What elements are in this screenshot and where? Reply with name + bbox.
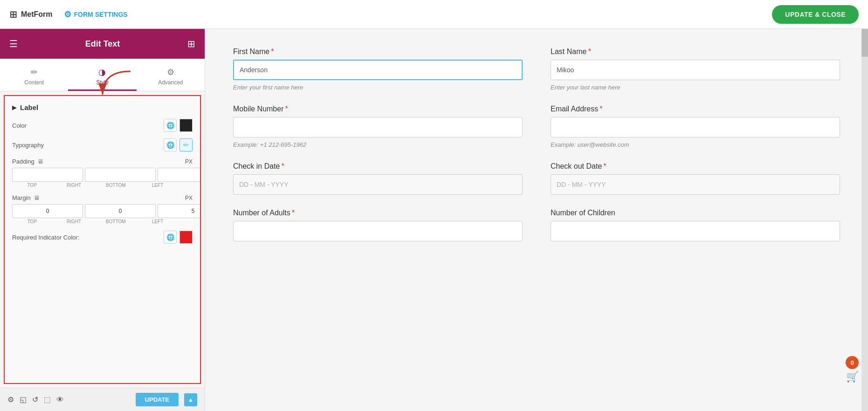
label-email-address: Email Address* (551, 105, 840, 113)
helper-last-name: Enter your last name here (551, 84, 840, 91)
padding-input-labels: TOP RIGHT BOTTOM LEFT (12, 182, 193, 188)
typography-edit-button[interactable]: ✏ (179, 138, 193, 151)
padding-bottom-input[interactable] (158, 168, 201, 182)
label-section-title: Label (20, 103, 38, 111)
margin-left-label: LEFT (138, 219, 178, 224)
monitor-icon: 🖥 (37, 158, 43, 165)
color-globe-button[interactable]: 🌐 (164, 119, 177, 132)
required-star-checkin: * (282, 162, 284, 170)
input-mobile-number[interactable] (233, 117, 523, 137)
field-first-name: First Name* Enter your first name here (233, 48, 523, 91)
eye-toolbar-icon[interactable]: 👁 (56, 396, 64, 404)
tab-advanced[interactable]: ⚙ Advanced (137, 62, 205, 91)
margin-text: Margin (12, 194, 31, 201)
color-swatch-black[interactable] (179, 119, 193, 132)
margin-inputs: 0 0 5 0 🔗 (12, 204, 193, 218)
margin-right-input[interactable]: 0 (85, 204, 156, 218)
tab-style[interactable]: ◑ Style (68, 62, 136, 91)
update-button[interactable]: UPDATE (136, 393, 179, 406)
layers-toolbar-icon[interactable]: ◱ (20, 395, 27, 404)
sidebar-header: ☰ Edit Text ⊞ (0, 29, 205, 59)
input-check-out-date[interactable]: DD - MM - YYYY (551, 174, 840, 195)
color-label: Color (12, 122, 27, 129)
input-check-in-date[interactable]: DD - MM - YYYY (233, 174, 523, 195)
sidebar-title: Edit Text (85, 39, 120, 49)
grid-icon[interactable]: ⊞ (187, 38, 195, 49)
tab-style-label: Style (96, 79, 109, 86)
update-close-button[interactable]: UPDATE & CLOSE (772, 5, 859, 24)
cart-icon[interactable]: 🛒 (846, 371, 859, 383)
margin-label-row: Margin 🖥 PX (12, 194, 193, 201)
field-email-address: Email Address* Example: user@website.com (551, 105, 840, 148)
hamburger-icon[interactable]: ☰ (9, 38, 18, 49)
required-globe-button[interactable]: 🌐 (164, 231, 177, 244)
typography-globe-button[interactable]: 🌐 (164, 138, 177, 151)
gear-icon: ⚙ (64, 9, 71, 20)
margin-top-input[interactable]: 0 (12, 204, 83, 218)
style-tab-icon: ◑ (98, 67, 106, 77)
padding-left-label: LEFT (138, 183, 178, 188)
input-first-name[interactable] (233, 60, 523, 80)
form-panel: First Name* Enter your first name here L… (205, 29, 868, 411)
metform-logo: ⊞ MetForm (9, 9, 53, 20)
required-star-email: * (599, 105, 602, 113)
typography-controls: 🌐 ✏ (164, 138, 193, 151)
field-mobile-number: Mobile Number* Example: +1 212-695-1962 (233, 105, 523, 148)
margin-input-labels: TOP RIGHT BOTTOM LEFT (12, 218, 193, 224)
tab-content[interactable]: ✏ Content (0, 62, 68, 91)
margin-right-label: RIGHT (54, 219, 94, 224)
padding-right-label: RIGHT (54, 183, 94, 188)
label-number-of-adults: Number of Adults* (233, 209, 523, 217)
scrollbar-thumb[interactable] (861, 29, 868, 57)
sidebar: ☰ Edit Text ⊞ ✏ Content ◑ Style ⚙ Advanc… (0, 29, 205, 411)
responsive-toolbar-icon[interactable]: ⬚ (44, 395, 51, 404)
padding-row: Padding 🖥 PX 🔗 TOP RIGHT BOTTOM LEF (12, 158, 193, 188)
field-check-out-date: Check out Date* DD - MM - YYYY (551, 162, 840, 195)
required-star-last-name: * (588, 48, 591, 55)
margin-bottom-input[interactable]: 5 (158, 204, 201, 218)
history-toolbar-icon[interactable]: ↺ (32, 395, 38, 404)
padding-label: Padding 🖥 (12, 158, 43, 165)
caret-button[interactable]: ▲ (184, 393, 197, 406)
sidebar-tabs: ✏ Content ◑ Style ⚙ Advanced (0, 59, 205, 91)
required-color-swatch-red[interactable] (179, 231, 193, 244)
padding-unit-selector[interactable]: PX (185, 158, 193, 165)
form-settings-button[interactable]: ⚙ FORM SETTINGS (64, 9, 128, 20)
padding-inputs: 🔗 (12, 168, 193, 182)
advanced-tab-icon: ⚙ (167, 67, 174, 77)
input-email-address[interactable] (551, 117, 840, 137)
margin-row: Margin 🖥 PX 0 0 5 0 🔗 TOP RIGHT BOTTOM (12, 194, 193, 224)
main-layout: ☰ Edit Text ⊞ ✏ Content ◑ Style ⚙ Advanc… (0, 29, 868, 411)
margin-top-label: TOP (12, 219, 52, 224)
padding-top-label: TOP (12, 183, 52, 188)
tab-advanced-label: Advanced (158, 79, 183, 86)
padding-top-input[interactable] (12, 168, 83, 182)
cart-badge: 0 🛒 (846, 356, 859, 383)
label-mobile-number: Mobile Number* (233, 105, 523, 113)
field-number-of-adults: Number of Adults* (233, 209, 523, 241)
padding-right-input[interactable] (85, 168, 156, 182)
required-star-adults: * (292, 209, 295, 217)
color-field-row: Color 🌐 (12, 119, 193, 132)
margin-bottom-label: BOTTOM (96, 219, 136, 224)
settings-toolbar-icon[interactable]: ⚙ (7, 395, 14, 404)
input-number-of-children[interactable] (551, 221, 840, 241)
helper-email-address: Example: user@website.com (551, 141, 840, 148)
required-indicator-label: Required Indicator Color: (12, 234, 80, 241)
required-indicator-row: Required Indicator Color: 🌐 (12, 231, 193, 244)
padding-bottom-label: BOTTOM (96, 183, 136, 188)
input-last-name[interactable] (551, 60, 840, 80)
helper-first-name: Enter your first name here (233, 84, 523, 91)
typography-label: Typography (12, 142, 44, 149)
field-check-in-date: Check in Date* DD - MM - YYYY (233, 162, 523, 195)
scrollbar-track[interactable] (861, 29, 868, 411)
chevron-icon: ▶ (12, 104, 16, 111)
label-last-name: Last Name* (551, 48, 840, 56)
label-section-header: ▶ Label (12, 103, 193, 111)
padding-text: Padding (12, 158, 34, 165)
typography-field-row: Typography 🌐 ✏ (12, 138, 193, 151)
input-number-of-adults[interactable] (233, 221, 523, 241)
margin-unit-selector[interactable]: PX (185, 195, 193, 201)
label-number-of-children: Number of Children (551, 209, 840, 217)
margin-monitor-icon: 🖥 (34, 194, 40, 201)
